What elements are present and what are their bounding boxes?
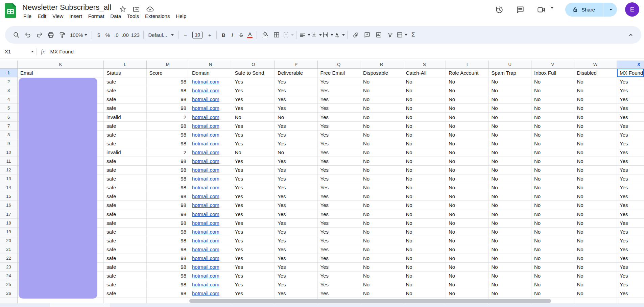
cell-T16[interactable]: No [446,201,489,210]
row-header-15[interactable]: 15 [0,192,18,201]
cell-V2[interactable]: No [531,77,574,86]
cell-R25[interactable]: No [360,280,403,289]
cell-P9[interactable]: Yes [275,139,318,148]
cell-T18[interactable]: No [446,219,489,228]
column-header-U[interactable]: U [489,61,532,69]
cell-U11[interactable]: No [489,157,532,166]
cell-T1[interactable]: Role Account [446,69,489,77]
domain-link[interactable]: hotmail.com [192,255,219,261]
cell-L21[interactable]: safe [104,245,147,254]
domain-link[interactable]: hotmail.com [192,290,219,296]
cell-X11[interactable]: Yes [617,157,644,166]
cell-R17[interactable]: No [360,210,403,219]
cell-T15[interactable]: No [446,192,489,201]
domain-link[interactable]: hotmail.com [192,79,219,85]
cell-N7[interactable]: hotmail.com [189,122,232,131]
cell-O7[interactable]: Yes [232,122,275,131]
cell-Q16[interactable]: Yes [318,201,361,210]
cell-S20[interactable]: No [403,236,446,245]
version-history-icon[interactable] [495,5,504,14]
cell-M8[interactable]: 98 [147,131,190,139]
cell-P26[interactable]: Yes [275,289,318,298]
cell-L13[interactable]: safe [104,174,147,183]
cell-P17[interactable]: Yes [275,210,318,219]
print-button[interactable] [45,29,56,41]
functions-button[interactable]: Σ [407,29,419,41]
cell-O10[interactable]: No [232,148,275,157]
cell-P18[interactable]: Yes [275,219,318,228]
cell-M11[interactable]: 98 [147,157,190,166]
account-avatar[interactable]: E [625,2,639,17]
cell-L9[interactable]: safe [104,139,147,148]
cell-R4[interactable]: No [360,95,403,104]
row-header-11[interactable]: 11 [0,157,18,166]
cell-O2[interactable]: Yes [232,77,275,86]
domain-link[interactable]: hotmail.com [192,273,219,279]
cell-U20[interactable]: No [489,236,532,245]
cell-M13[interactable]: 98 [147,174,190,183]
cell-R18[interactable]: No [360,219,403,228]
column-header-P[interactable]: P [275,61,318,69]
cell-T7[interactable]: No [446,122,489,131]
cell-R2[interactable]: No [360,77,403,86]
cell-M17[interactable]: 98 [147,210,190,219]
cell-U23[interactable]: No [489,263,532,271]
cell-O11[interactable]: Yes [232,157,275,166]
cell-S15[interactable]: No [403,192,446,201]
cell-V24[interactable]: No [531,271,574,280]
cell-R19[interactable]: No [360,228,403,236]
cell-X22[interactable]: Yes [617,254,644,263]
cell-P13[interactable]: Yes [275,174,318,183]
cell-O20[interactable]: Yes [232,236,275,245]
cell-M9[interactable]: 98 [147,139,190,148]
paint-format-button[interactable] [56,29,68,41]
cell-R5[interactable]: No [360,104,403,113]
cell-R21[interactable]: No [360,245,403,254]
domain-link[interactable]: hotmail.com [192,96,219,102]
cell-N2[interactable]: hotmail.com [189,77,232,86]
cell-N14[interactable]: hotmail.com [189,183,232,192]
cell-T8[interactable]: No [446,131,489,139]
cell-M4[interactable]: 98 [147,95,190,104]
cell-V14[interactable]: No [531,183,574,192]
zoom-select[interactable]: 100% [68,29,89,41]
cell-P5[interactable]: Yes [275,104,318,113]
row-header-1[interactable]: 1 [0,69,18,77]
cell-W24[interactable]: No [574,271,617,280]
row-header-25[interactable]: 25 [0,280,18,289]
cell-L22[interactable]: safe [104,254,147,263]
cell-O23[interactable]: Yes [232,263,275,271]
italic-button[interactable]: I [228,29,237,41]
cell-L3[interactable]: safe [104,86,147,95]
increase-font-size-button[interactable]: + [205,29,214,41]
cell-X3[interactable]: Yes [617,86,644,95]
share-dropdown-button[interactable] [603,9,617,10]
cell-R24[interactable]: No [360,271,403,280]
cell-P12[interactable]: Yes [275,166,318,174]
cell-L24[interactable]: safe [104,271,147,280]
cell-U8[interactable]: No [489,131,532,139]
cell-M25[interactable]: 98 [147,280,190,289]
cell-X26[interactable]: Yes [617,289,644,298]
cell-O16[interactable]: Yes [232,201,275,210]
undo-button[interactable] [22,29,33,41]
cell-O25[interactable]: Yes [232,280,275,289]
cell-V9[interactable]: No [531,139,574,148]
row-header-21[interactable]: 21 [0,245,18,254]
cell-P7[interactable]: Yes [275,122,318,131]
cell-V16[interactable]: No [531,201,574,210]
cell-M14[interactable]: 98 [147,183,190,192]
cell-M15[interactable]: 98 [147,192,190,201]
cell-U21[interactable]: No [489,245,532,254]
domain-link[interactable]: hotmail.com [192,238,219,243]
cell-X20[interactable]: Yes [617,236,644,245]
cell-N22[interactable]: hotmail.com [189,254,232,263]
column-header-R[interactable]: R [360,61,403,69]
column-header-N[interactable]: N [189,61,232,69]
cell-O4[interactable]: Yes [232,95,275,104]
share-button[interactable]: Share [565,3,617,17]
cell-O14[interactable]: Yes [232,183,275,192]
cell-V23[interactable]: No [531,263,574,271]
cell-S5[interactable]: No [403,104,446,113]
cell-P6[interactable]: No [275,113,318,121]
